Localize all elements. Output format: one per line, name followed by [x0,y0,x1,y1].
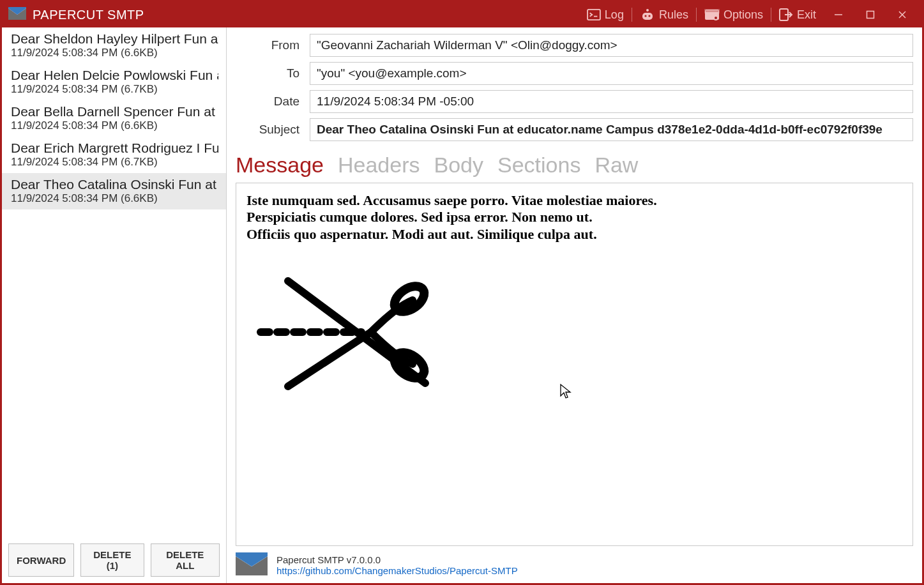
svg-rect-5 [642,13,653,20]
message-list: Dear Sheldon Hayley Hilpert Fun at e… 11… [2,27,226,537]
sidebar-actions: FORWARD DELETE (1) DELETE ALL [2,537,226,583]
tab-raw[interactable]: Raw [595,153,638,178]
app-title: PAPERCUT SMTP [33,8,144,22]
minimize-icon [834,10,843,19]
close-icon [898,10,907,19]
to-label: To [227,66,310,80]
date-value[interactable]: 11/9/2024 5:08:34 PM -05:00 [310,90,913,113]
titlebar: PAPERCUT SMTP Log Rules Options Exit [2,2,922,27]
message-subject: Dear Theo Catalina Osinski Fun at edu [11,177,218,192]
content-panel: From "Geovanni Zachariah Wilderman V" <O… [227,27,922,583]
window-maximize[interactable] [854,2,886,27]
forward-button[interactable]: FORWARD [8,543,74,577]
message-list-sidebar: Dear Sheldon Hayley Hilpert Fun at e… 11… [2,27,227,583]
svg-point-4 [646,9,649,11]
delete-button[interactable]: DELETE (1) [80,543,144,577]
svg-rect-9 [705,10,719,13]
svg-point-6 [644,15,646,17]
message-item[interactable]: Dear Erich Margrett Rodriguez I Fun a 11… [2,137,226,173]
svg-point-10 [714,16,718,20]
message-meta: 11/9/2024 5:08:34 PM (6.7KB) [11,156,218,169]
rules-button[interactable]: Rules [633,2,695,27]
footer: Papercut SMTP v7.0.0.0 https://github.co… [227,546,922,583]
tab-message[interactable]: Message [236,153,324,178]
options-icon [704,8,720,21]
date-label: Date [227,95,310,109]
maximize-icon [866,10,875,19]
from-label: From [227,38,310,52]
log-button[interactable]: Log [580,2,630,27]
robot-icon [640,8,655,21]
version-text: Papercut SMTP v7.0.0.0 [276,554,518,565]
tab-sections[interactable]: Sections [497,153,580,178]
message-item[interactable]: Dear Sheldon Hayley Hilpert Fun at e… 11… [2,27,226,64]
view-tabs: Message Headers Body Sections Raw [227,150,922,179]
message-subject: Dear Erich Margrett Rodriguez I Fun a [11,141,218,156]
to-value[interactable]: "you" <you@example.com> [310,62,913,85]
app-icon [8,7,26,23]
message-text: Iste numquam sed. Accusamus saepe porro.… [246,192,902,243]
delete-all-button[interactable]: DELETE ALL [151,543,220,577]
message-subject: Dear Bella Darnell Spencer Fun at edu [11,104,218,119]
message-item[interactable]: Dear Theo Catalina Osinski Fun at edu 11… [2,173,226,209]
message-subject: Dear Sheldon Hayley Hilpert Fun at e… [11,31,218,47]
tab-body[interactable]: Body [434,153,483,178]
scissors-icon [253,268,902,399]
message-meta: 11/9/2024 5:08:34 PM (6.7KB) [11,83,218,96]
message-subject: Dear Helen Delcie Powlowski Fun at e [11,68,218,83]
headers-panel: From "Geovanni Zachariah Wilderman V" <O… [227,27,922,150]
subject-value[interactable]: Dear Theo Catalina Osinski Fun at educat… [310,118,913,141]
footer-icon [236,552,268,578]
exit-button[interactable]: Exit [773,2,822,27]
svg-line-17 [288,332,371,386]
message-item[interactable]: Dear Bella Darnell Spencer Fun at edu 11… [2,100,226,137]
terminal-icon [587,9,601,20]
message-item[interactable]: Dear Helen Delcie Powlowski Fun at e 11/… [2,64,226,100]
subject-label: Subject [227,123,310,137]
options-button[interactable]: Options [698,2,769,27]
repo-link[interactable]: https://github.com/ChangemakerStudios/Pa… [276,565,518,576]
svg-rect-13 [867,11,874,19]
svg-point-7 [648,15,650,17]
svg-rect-3 [587,10,600,20]
tab-headers[interactable]: Headers [338,153,420,178]
window-close[interactable] [886,2,918,27]
from-value[interactable]: "Geovanni Zachariah Wilderman V" <Olin@d… [310,34,913,57]
message-meta: 11/9/2024 5:08:34 PM (6.6KB) [11,47,218,59]
message-meta: 11/9/2024 5:08:34 PM (6.6KB) [11,192,218,205]
message-meta: 11/9/2024 5:08:34 PM (6.6KB) [11,119,218,132]
window-minimize[interactable] [822,2,854,27]
exit-icon [779,8,793,21]
message-body[interactable]: Iste numquam sed. Accusamus saepe porro.… [236,183,913,546]
